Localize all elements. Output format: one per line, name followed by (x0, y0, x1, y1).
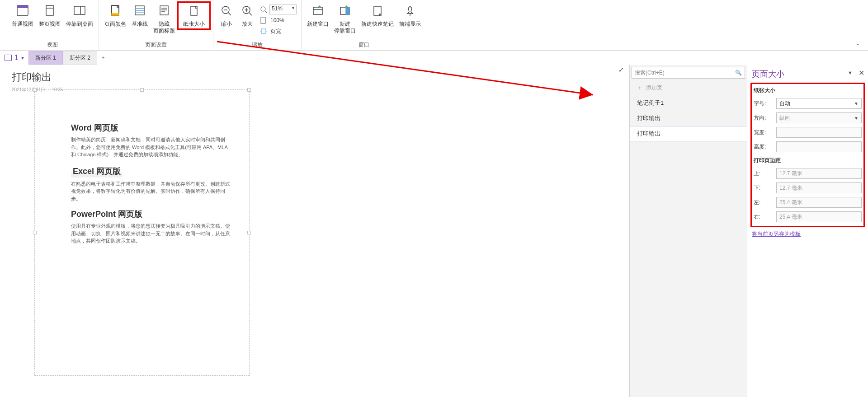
zoom-in-icon (240, 4, 255, 18)
printout-content: Word 网页版 制作精美的简历、新闻稿和文档，同时可邀请其他人实时审阅和共同创… (35, 90, 249, 245)
svg-rect-2 (46, 5, 53, 15)
page-color-button[interactable]: 页面颜色 (102, 2, 129, 29)
search-icon: 🔍 (735, 70, 742, 76)
rule-lines-icon (132, 4, 147, 18)
zoom-out-icon (219, 4, 234, 18)
zoom-out-button[interactable]: 缩小 (216, 2, 237, 29)
paper-size-button[interactable]: 纸张大小 (178, 2, 210, 29)
margin-right-input[interactable]: 25.4 毫米 (776, 211, 862, 222)
svg-rect-30 (313, 7, 322, 14)
page-list-pane: 搜索(Ctrl+E) 🔍 ＋ 添加页 笔记例子1 打印输出 打印输出 (629, 65, 747, 397)
page-item-0[interactable]: 笔记例子1 (630, 95, 747, 111)
svg-rect-12 (160, 6, 168, 15)
size-value: 自动 (779, 100, 790, 107)
resize-handle[interactable] (247, 88, 251, 92)
orientation-dropdown[interactable]: 纵向▼ (776, 112, 862, 123)
pane-title: 页面大小 (752, 69, 863, 79)
width-input[interactable] (776, 127, 862, 138)
page-title[interactable]: 打印输出 (12, 70, 84, 86)
normal-view-button[interactable]: 普通视图 (9, 2, 36, 29)
resize-handle[interactable] (247, 231, 251, 234)
orientation-label: 方向: (754, 114, 773, 122)
rule-lines-button[interactable]: 基准线 (129, 2, 151, 29)
pin-icon (403, 4, 417, 18)
printout-container[interactable]: Word 网页版 制作精美的简历、新闻稿和文档，同时可邀请其他人实时审阅和共同创… (34, 89, 250, 376)
paper-size-pane: 页面大小 ▼ ✕ 纸张大小 字号: 自动▼ 方向: 纵向▼ 宽度: 高度: 打印… (747, 65, 868, 397)
zoom-pagewidth-button[interactable]: 页宽 (259, 26, 297, 36)
resize-handle[interactable] (33, 231, 37, 234)
content-para-ppt: 使用具有专业外观的模板，将您的想法转变为极具吸引力的演示文稿。使用动画、切换、照… (71, 222, 234, 245)
height-label: 高度: (754, 143, 773, 151)
svg-line-25 (265, 11, 267, 13)
margin-top-value: 12.7 毫米 (779, 170, 802, 177)
page-canvas[interactable]: 打印输出 2021年12月31日 10:35 Word 网页版 制作精美的简历、… (0, 65, 629, 397)
resize-handle[interactable] (140, 88, 144, 92)
section-tab-1-label: 新分区 1 (35, 54, 56, 62)
notebook-selector[interactable]: 1 ▾ (0, 54, 28, 62)
page-icon (15, 4, 30, 18)
zoom-in-button[interactable]: 放大 (237, 2, 258, 29)
height-input[interactable] (776, 141, 862, 152)
content-para-excel: 在熟悉的电子表格和工作簿中整理数据，并自动保存所有更改。创建新式视觉效果，将数字… (71, 180, 234, 203)
svg-rect-35 (346, 7, 349, 14)
chevron-down-icon: ▼ (854, 116, 859, 121)
zoom-pagewidth-label: 页宽 (270, 28, 281, 35)
dock-desktop-button[interactable]: 停靠到桌面 (63, 2, 96, 29)
section-tab-2-label: 新分区 2 (70, 54, 90, 62)
zoom-selectors: 51% 100% 页宽 (258, 2, 298, 36)
zoom-100-button[interactable]: 100% (259, 15, 297, 25)
new-window-button[interactable]: 新建窗口 (304, 2, 331, 29)
search-input[interactable]: 搜索(Ctrl+E) 🔍 (632, 67, 745, 79)
save-as-template-link[interactable]: 将当前页另存为模板 (752, 230, 801, 238)
chevron-down-icon: ▾ (21, 55, 24, 61)
margin-right-value: 25.4 毫米 (779, 213, 802, 221)
notebook-icon (5, 55, 12, 61)
group-pagesetup-label: 页面设置 (145, 41, 167, 50)
pane-sub-paper: 纸张大小 (754, 87, 862, 94)
quick-note-button[interactable]: 新建快速笔记 (359, 2, 396, 29)
fullpage-view-label: 整页视图 (39, 21, 61, 28)
ribbon-collapse-button[interactable]: ⌄ (852, 40, 863, 50)
zoom-in-label: 放大 (242, 21, 253, 28)
ribbon: 普通视图 整页视图 停靠到桌面 视图 页面颜色 (0, 0, 868, 51)
paper-size-section: 纸张大小 字号: 自动▼ 方向: 纵向▼ 宽度: 高度: 打印页边距 上: 12… (752, 84, 863, 226)
group-view: 普通视图 整页视图 停靠到桌面 视图 (6, 0, 99, 50)
pane-close-button[interactable]: ✕ (859, 69, 864, 77)
paper-size-icon (187, 4, 201, 18)
margin-bottom-input[interactable]: 12.7 毫米 (776, 182, 862, 193)
group-zoom-label: 缩放 (252, 41, 263, 50)
dock-icon (72, 4, 87, 18)
section-tab-2[interactable]: 新分区 2 (63, 51, 97, 65)
page-item-1[interactable]: 打印输出 (630, 111, 747, 126)
new-window-label: 新建窗口 (307, 21, 329, 28)
svg-rect-16 (191, 6, 197, 15)
doc-icon (259, 16, 268, 24)
plus-icon: ＋ (637, 84, 642, 92)
new-window-icon (311, 4, 325, 18)
size-label: 字号: (754, 100, 773, 107)
new-docked-icon (338, 4, 352, 18)
page-item-2[interactable]: 打印输出 (630, 126, 747, 141)
always-on-top-button[interactable]: 前端显示 (396, 2, 424, 29)
add-section-button[interactable]: + (97, 52, 109, 64)
zoom-percent-dropdown[interactable]: 51% (269, 5, 297, 14)
pane-options-button[interactable]: ▼ (848, 70, 853, 75)
paper-size-label: 纸张大小 (183, 21, 205, 28)
content-heading-ppt: PowerPoint 网页版 (71, 209, 142, 220)
page-color-icon (108, 4, 123, 18)
resize-handle[interactable] (33, 88, 37, 92)
tri-pane: 打印输出 2021年12月31日 10:35 Word 网页版 制作精美的简历、… (0, 65, 868, 397)
expand-icon[interactable]: ⤢ (618, 66, 624, 73)
margin-left-value: 25.4 毫米 (779, 199, 802, 206)
size-dropdown[interactable]: 自动▼ (776, 98, 862, 109)
fullpage-view-button[interactable]: 整页视图 (36, 2, 63, 29)
section-tab-1[interactable]: 新分区 1 (28, 51, 63, 65)
svg-line-21 (249, 13, 252, 15)
svg-rect-27 (261, 29, 266, 33)
new-docked-window-button[interactable]: 新建 停靠窗口 (331, 2, 359, 36)
hide-title-button[interactable]: 隐藏 页面标题 (151, 2, 178, 36)
normal-view-label: 普通视图 (12, 21, 33, 28)
margin-left-input[interactable]: 25.4 毫米 (776, 197, 862, 208)
add-page-button[interactable]: ＋ 添加页 (630, 80, 747, 95)
margin-top-input[interactable]: 12.7 毫米 (776, 168, 862, 179)
